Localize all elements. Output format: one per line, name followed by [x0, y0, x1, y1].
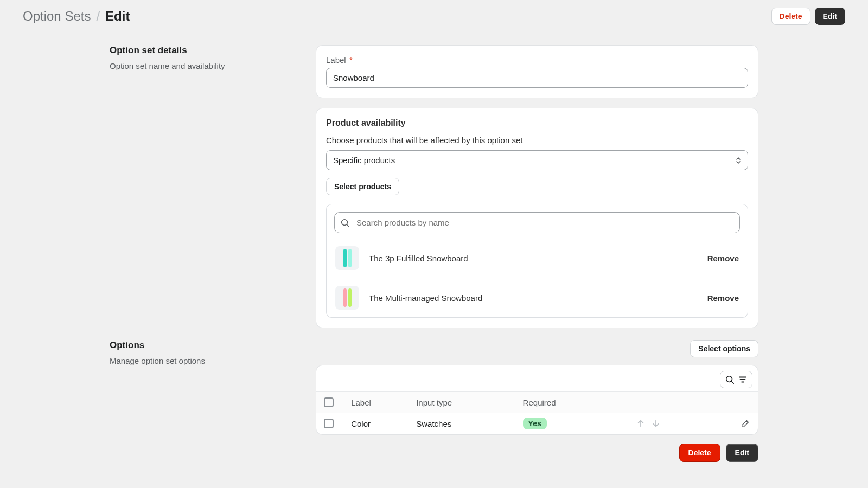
remove-product-button[interactable]: Remove: [707, 293, 739, 303]
product-row: The 3p Fulfilled Snowboard Remove: [327, 239, 748, 278]
product-name: The Multi-managed Snowboard: [369, 293, 482, 303]
search-icon: [340, 218, 350, 228]
options-toolbar: [316, 365, 758, 391]
options-footer-actions: Delete Edit: [316, 444, 758, 462]
svg-line-3: [732, 382, 734, 384]
svg-point-2: [726, 376, 732, 382]
section-details-info: Option set details Option set name and a…: [110, 45, 305, 70]
search-input[interactable]: [354, 213, 734, 233]
select-options-button[interactable]: Select options: [690, 340, 758, 357]
svg-point-0: [342, 219, 348, 225]
search-row: [327, 204, 748, 239]
options-delete-button[interactable]: Delete: [679, 444, 720, 462]
product-name: The 3p Fulfilled Snowboard: [369, 254, 468, 263]
section-options-subtitle: Manage option set options: [110, 356, 305, 365]
row-input-type: Swatches: [409, 413, 515, 434]
products-box: The 3p Fulfilled Snowboard Remove The Mu…: [326, 204, 748, 318]
section-options-title: Options: [110, 340, 305, 351]
availability-title: Product availability: [326, 118, 748, 128]
options-table-card: Label Input type Required Color Swatches…: [316, 365, 758, 435]
label-field-label: Label *: [326, 55, 748, 65]
label-field-label-text: Label: [326, 55, 346, 65]
remove-product-button[interactable]: Remove: [707, 254, 739, 263]
options-header-row: Select options: [316, 340, 758, 357]
filter-icon: [738, 375, 748, 384]
label-card: Label *: [316, 45, 758, 98]
product-thumbnail: [335, 246, 359, 270]
scope-select[interactable]: Specific products: [326, 150, 748, 170]
header-actions: Delete Edit: [771, 8, 845, 25]
page-header: Option Sets / Edit Delete Edit: [0, 0, 868, 33]
breadcrumb-current: Edit: [105, 9, 130, 24]
select-products-button[interactable]: Select products: [326, 178, 399, 195]
edit-button[interactable]: Edit: [815, 8, 845, 25]
section-details-title: Option set details: [110, 45, 305, 56]
required-asterisk: *: [349, 55, 353, 65]
search-filter-button[interactable]: [720, 371, 752, 388]
product-thumbnail: [335, 286, 359, 310]
arrow-down-icon[interactable]: [651, 419, 661, 428]
section-options: Options Manage option set options Select…: [110, 340, 758, 462]
breadcrumb-parent[interactable]: Option Sets: [23, 9, 91, 24]
search-icon: [725, 375, 735, 384]
availability-description: Choose products that will be affected by…: [326, 136, 748, 145]
section-details: Option set details Option set name and a…: [110, 45, 758, 328]
search-input-wrap: [334, 212, 740, 233]
options-edit-button[interactable]: Edit: [726, 444, 758, 462]
col-input-type: Input type: [409, 392, 515, 413]
select-all-checkbox[interactable]: [324, 397, 334, 407]
svg-line-1: [347, 224, 349, 227]
availability-card: Product availability Choose products tha…: [316, 108, 758, 328]
table-row: Color Swatches Yes: [316, 413, 758, 434]
options-table: Label Input type Required Color Swatches…: [316, 391, 758, 434]
pencil-icon[interactable]: [741, 419, 750, 428]
product-row: The Multi-managed Snowboard Remove: [327, 278, 748, 317]
breadcrumb: Option Sets / Edit: [23, 9, 130, 24]
arrow-up-icon[interactable]: [636, 419, 646, 428]
section-details-subtitle: Option set name and availability: [110, 61, 305, 70]
required-badge: Yes: [523, 418, 547, 429]
row-checkbox[interactable]: [324, 419, 334, 428]
breadcrumb-separator: /: [96, 9, 100, 24]
delete-button[interactable]: Delete: [771, 8, 810, 25]
col-label: Label: [343, 392, 409, 413]
col-required: Required: [515, 392, 604, 413]
row-label: Color: [343, 413, 409, 434]
label-input[interactable]: [326, 68, 748, 88]
section-options-info: Options Manage option set options: [110, 340, 305, 365]
scope-select-wrap: Specific products: [326, 150, 748, 170]
